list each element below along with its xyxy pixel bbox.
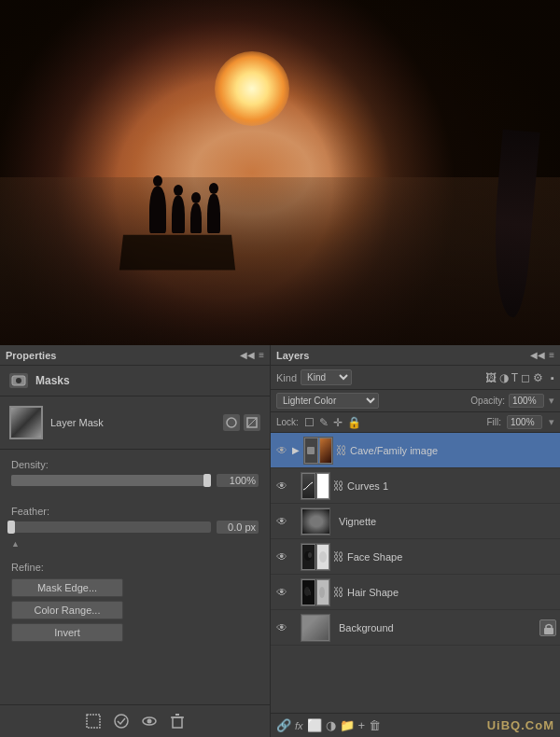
refine-section: Refine: Mask Edge... Color Range... Inve… (0, 552, 270, 655)
lock-pixels-icon[interactable]: ☐ (304, 416, 315, 429)
chain-icon: ⛓ (333, 480, 344, 493)
visibility-toggle[interactable]: 👁 (274, 480, 289, 493)
feather-slider[interactable] (11, 521, 211, 533)
blend-mode-select[interactable]: Lighter Color (276, 393, 379, 409)
lock-move-icon[interactable]: ✛ (333, 416, 343, 429)
layer-name: Curves 1 (347, 480, 556, 492)
density-value[interactable]: 100% (217, 474, 259, 487)
fill-arrow: ▾ (549, 416, 554, 428)
visibility-toggle[interactable]: 👁 (274, 621, 289, 634)
collapse-icon[interactable]: ◀◀ (240, 350, 255, 360)
visibility-toggle[interactable]: 👁 (274, 515, 289, 528)
invert-button[interactable]: Invert (11, 623, 123, 642)
layer-row[interactable]: 👁 ⛓ Hair Shape (271, 575, 560, 610)
layer-row[interactable]: 👁 ⛓ Curves 1 (271, 468, 560, 504)
fill-label: Fill: (486, 417, 501, 427)
layer-thumbnail (303, 437, 333, 465)
layers-bottom: 🔗 fx ⬜ ◑ 📁 + 🗑 UiBQ.CoM (271, 713, 560, 737)
opacity-arrow: ▾ (549, 395, 554, 407)
visibility-toggle[interactable]: 👁 (274, 586, 289, 599)
layers-toolbar: Layers ◀◀ ≡ (271, 345, 560, 366)
kind-select[interactable]: Kind (301, 369, 352, 385)
layers-panel: Layers ◀◀ ≡ Kind Kind 🖼 ◑ T ◻ ⚙ ▪ (271, 345, 560, 737)
svg-point-8 (147, 719, 151, 724)
layer-row[interactable]: 👁 ⛓ Face Shape (271, 539, 560, 575)
kind-label: Kind (276, 372, 297, 383)
trash-icon[interactable]: 🗑 (369, 718, 381, 732)
chain-icon: ⛓ (333, 586, 344, 599)
layer-thumbnail (301, 614, 330, 642)
folder-icon[interactable]: 📁 (340, 718, 355, 732)
layer-row[interactable]: 👁 ▶ ⛓ Cave/Family image (271, 433, 560, 468)
kind-filter-icons: 🖼 ◑ T ◻ ⚙ (485, 371, 543, 384)
expand-arrow[interactable]: ▶ (292, 445, 300, 455)
visibility-toggle[interactable]: 👁 (274, 444, 289, 457)
svg-line-4 (247, 418, 257, 427)
opacity-label: Opacity: (470, 396, 505, 406)
layers-menu-icon[interactable]: ≡ (549, 350, 554, 360)
apply-icon[interactable] (111, 711, 132, 731)
svg-point-1 (16, 378, 21, 383)
layer-row[interactable]: 👁 Vignette (271, 504, 560, 539)
menu-icon[interactable]: ≡ (259, 350, 264, 360)
feather-value[interactable]: 0.0 px (217, 521, 259, 534)
masks-header: Masks (0, 366, 270, 396)
layer-thumbnail (301, 578, 330, 606)
add-mask-icon[interactable]: ⬜ (307, 718, 322, 732)
person-2 (172, 196, 185, 233)
person-4 (207, 194, 220, 233)
density-slider[interactable] (11, 475, 211, 486)
adjustment-icon[interactable]: ◑ (326, 718, 336, 732)
visibility-icon[interactable] (139, 711, 160, 731)
mask-icons (223, 414, 260, 431)
lock-row: Lock: ☐ ✎ ✛ 🔒 Fill: ▾ (271, 412, 560, 433)
svg-point-17 (319, 587, 325, 598)
person-1 (149, 187, 166, 233)
visibility-toggle[interactable]: 👁 (274, 550, 289, 563)
layer-name: Hair Shape (347, 587, 556, 598)
pixel-filter-icon[interactable]: 🖼 (485, 371, 497, 384)
svg-rect-5 (87, 715, 100, 728)
svg-point-14 (308, 552, 312, 558)
layer-thumbnail (301, 508, 330, 535)
delete-icon[interactable] (167, 711, 188, 731)
link-icon[interactable]: 🔗 (276, 718, 291, 732)
feather-label: Feather: (11, 506, 259, 517)
svg-rect-12 (307, 447, 315, 454)
masks-section-title: Masks (35, 374, 70, 387)
layers-collapse-icon[interactable]: ◀◀ (530, 350, 545, 360)
fill-input[interactable] (507, 415, 542, 429)
svg-rect-18 (544, 628, 553, 634)
lock-position-icon[interactable]: ✎ (319, 416, 329, 429)
type-filter-icon[interactable]: T (511, 371, 518, 384)
fx-icon[interactable]: fx (295, 720, 303, 731)
feather-slider-container: 0.0 px (11, 521, 259, 534)
mask-edge-button[interactable]: Mask Edge... (11, 578, 123, 597)
horizon-overlay (0, 177, 560, 345)
lock-all-icon[interactable]: 🔒 (347, 416, 361, 429)
layer-name: Background (339, 622, 533, 633)
background-lock-icon (539, 619, 556, 636)
selection-icon[interactable] (83, 711, 104, 731)
dock (119, 235, 235, 271)
opacity-input[interactable] (509, 394, 544, 408)
lock-label: Lock: (276, 417, 299, 427)
layer-row[interactable]: 👁 Background (271, 610, 560, 646)
bottom-panel: Properties ◀◀ ≡ Masks Layer Mask (0, 345, 560, 737)
refine-label: Refine: (11, 562, 259, 573)
smart-filter-icon[interactable]: ⚙ (533, 371, 543, 384)
layer-thumbnail (301, 472, 330, 500)
properties-title: Properties (6, 350, 56, 361)
shape-filter-icon[interactable]: ◻ (521, 371, 530, 384)
canvas-preview (0, 0, 560, 345)
color-range-button[interactable]: Color Range... (11, 601, 123, 619)
density-slider-container: 100% (11, 474, 259, 487)
svg-rect-9 (173, 717, 182, 728)
properties-header-icons: ◀◀ ≡ (240, 350, 264, 360)
kind-row: Kind Kind 🖼 ◑ T ◻ ⚙ ▪ (271, 366, 560, 390)
new-layer-icon[interactable]: + (358, 718, 366, 732)
mask-btn-2[interactable] (244, 414, 260, 431)
mask-btn-1[interactable] (223, 414, 240, 431)
adjustment-filter-icon[interactable]: ◑ (499, 371, 509, 384)
kind-toggle[interactable]: ▪ (551, 372, 554, 383)
